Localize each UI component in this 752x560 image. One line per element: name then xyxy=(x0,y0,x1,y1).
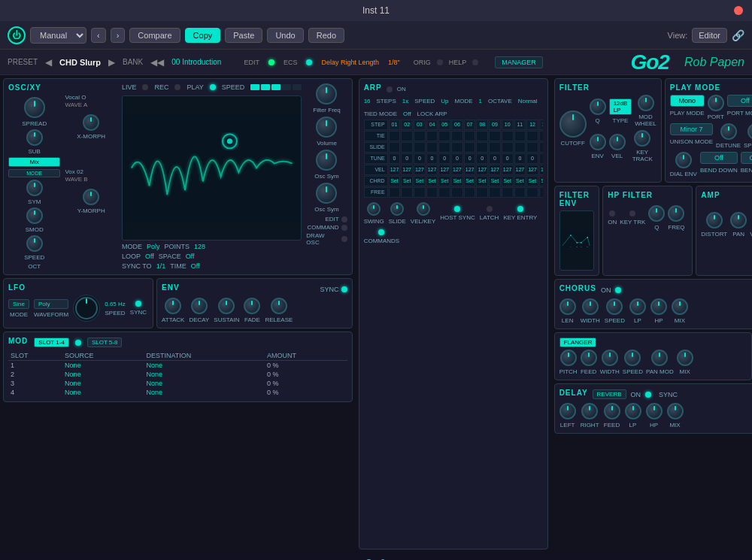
env-sync-led[interactable] xyxy=(341,286,347,292)
key-track-knob[interactable] xyxy=(634,130,650,147)
arp-chrd-11[interactable]: Set xyxy=(514,176,526,186)
arp-tie-10[interactable] xyxy=(502,131,514,141)
arp-vel-7[interactable]: 127 xyxy=(464,165,476,175)
smod-knob[interactable] xyxy=(26,207,43,224)
type-btn[interactable]: 12dB LP xyxy=(609,98,632,115)
arp-slide-8[interactable] xyxy=(476,142,488,153)
arp-slide-6[interactable] xyxy=(451,142,463,153)
arp-slide-5[interactable] xyxy=(438,142,450,153)
volume-knob[interactable] xyxy=(316,117,337,138)
delay-on-led[interactable] xyxy=(645,392,651,398)
arp-tie-8[interactable] xyxy=(476,131,488,141)
arp-tune-8[interactable]: 0 xyxy=(476,153,488,164)
flanger-panmod-knob[interactable] xyxy=(651,350,668,366)
arp-free-5[interactable] xyxy=(438,187,450,198)
arp-vel-12[interactable]: 127 xyxy=(526,165,538,175)
arp-tune-10[interactable]: 0 xyxy=(502,153,514,164)
preset-prev[interactable]: ◀ xyxy=(45,57,52,68)
lfo-sync-led[interactable] xyxy=(135,301,141,307)
flanger-speed-knob[interactable] xyxy=(624,350,641,366)
hp-q-knob[interactable] xyxy=(648,205,665,222)
arp-vel-10[interactable]: 127 xyxy=(502,165,514,175)
arp-chrd-4[interactable]: Set xyxy=(426,176,438,186)
vel-knob[interactable] xyxy=(609,134,626,150)
ymorph-knob[interactable] xyxy=(83,189,99,205)
port-knob[interactable] xyxy=(708,95,724,111)
osc-sym1-knob[interactable] xyxy=(316,150,337,171)
osc-sym2-knob[interactable] xyxy=(316,183,337,204)
arp-step-05[interactable]: 05 xyxy=(438,120,450,130)
mode-display[interactable]: Mix xyxy=(8,157,60,167)
link-icon[interactable]: 🔗 xyxy=(732,29,744,41)
arp-tune-9[interactable]: 0 xyxy=(489,153,501,164)
chorus-mix-knob[interactable] xyxy=(672,298,688,315)
arp-tie-4[interactable] xyxy=(426,131,438,141)
arp-chrd-3[interactable]: Set xyxy=(414,176,426,186)
arp-slide-7[interactable] xyxy=(464,142,476,153)
arp-step-04[interactable]: 04 xyxy=(426,120,438,130)
reverb-title-btn[interactable]: REVERB xyxy=(593,389,626,399)
arp-tune-11[interactable]: 0 xyxy=(514,153,526,164)
filter-env-knob[interactable] xyxy=(590,134,606,150)
mod-source-3[interactable]: None xyxy=(62,379,144,388)
arp-slide-12[interactable] xyxy=(526,142,538,153)
arp-free-12[interactable] xyxy=(526,187,538,198)
arp-slide-13[interactable] xyxy=(539,142,543,153)
swing-knob[interactable] xyxy=(367,202,381,216)
arp-free-10[interactable] xyxy=(502,187,514,198)
arp-slide-11[interactable] xyxy=(514,142,526,153)
arp-tie-5[interactable] xyxy=(438,131,450,141)
xmorph-knob[interactable] xyxy=(83,114,99,131)
release-knob[interactable] xyxy=(271,298,287,314)
arp-chrd-7[interactable]: Set xyxy=(464,176,476,186)
arp-step-06[interactable]: 06 xyxy=(451,120,463,130)
arp-step-13[interactable]: 13 xyxy=(539,120,543,130)
arp-chrd-8[interactable]: Set xyxy=(476,176,488,186)
lfo-mode-btn[interactable]: Sine xyxy=(8,299,29,309)
chorus-len-knob[interactable] xyxy=(559,298,576,315)
arp-tune-6[interactable]: 0 xyxy=(451,153,463,164)
mod-dest-3[interactable]: None xyxy=(144,379,264,388)
preset-next[interactable]: ▶ xyxy=(108,57,115,68)
nav-back-button[interactable]: ‹ xyxy=(91,28,106,43)
arp-slide-1[interactable] xyxy=(389,142,401,153)
arp-tie-2[interactable] xyxy=(401,131,413,141)
delay-feed-knob[interactable] xyxy=(604,403,620,419)
arp-vel-2[interactable]: 127 xyxy=(401,165,413,175)
flanger-feed-knob[interactable] xyxy=(581,350,597,366)
arp-vel-6[interactable]: 127 xyxy=(451,165,463,175)
arp-tie-3[interactable] xyxy=(414,131,426,141)
attack-knob[interactable] xyxy=(165,298,181,314)
arp-tie-7[interactable] xyxy=(464,131,476,141)
mod-dest-4[interactable]: None xyxy=(144,388,264,397)
arp-step-08[interactable]: 08 xyxy=(476,120,488,130)
redo-button[interactable]: Redo xyxy=(308,28,344,43)
pan-knob[interactable] xyxy=(730,212,747,229)
filter-freq-knob[interactable] xyxy=(316,83,337,104)
delay-lp-knob[interactable] xyxy=(625,403,641,419)
arp-tie-9[interactable] xyxy=(489,131,501,141)
arp-tune-7[interactable]: 0 xyxy=(464,153,476,164)
arp-step-09[interactable]: 09 xyxy=(489,120,501,130)
lfo-speed-display[interactable] xyxy=(73,295,100,322)
arp-chrd-5[interactable]: Set xyxy=(438,176,450,186)
arp-step-11[interactable]: 11 xyxy=(514,120,526,130)
arp-free-7[interactable] xyxy=(464,187,476,198)
arp-tie-1[interactable] xyxy=(389,131,401,141)
sustain-knob[interactable] xyxy=(218,298,235,314)
bend-down-btn[interactable]: Off xyxy=(700,152,738,164)
spread-knob[interactable] xyxy=(24,97,45,118)
arp-tune-4[interactable]: 0 xyxy=(426,153,438,164)
mod-source-2[interactable]: None xyxy=(62,370,144,379)
arp-step-12[interactable]: 12 xyxy=(526,120,538,130)
arp-tune-5[interactable]: 0 xyxy=(438,153,450,164)
close-button[interactable] xyxy=(734,6,743,15)
arp-free-11[interactable] xyxy=(514,187,526,198)
chorus-width-knob[interactable] xyxy=(582,298,599,315)
arp-chrd-9[interactable]: Set xyxy=(489,176,501,186)
arp-step-03[interactable]: 03 xyxy=(414,120,426,130)
mono-btn[interactable]: Mono xyxy=(670,95,705,107)
arp-chrd-12[interactable]: Set xyxy=(526,176,538,186)
chorus-lp-knob[interactable] xyxy=(629,298,646,315)
arp-vel-9[interactable]: 127 xyxy=(489,165,501,175)
